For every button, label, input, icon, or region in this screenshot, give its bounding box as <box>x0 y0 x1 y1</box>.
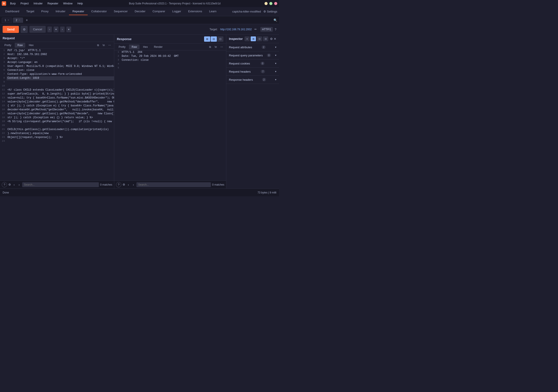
view-btn-2[interactable]: ⊟ <box>211 36 217 42</box>
response-search-next[interactable]: › <box>131 183 135 187</box>
request-line-content-2: Host: 192.168.79.161:2002 <box>7 53 114 57</box>
inspector-view-list[interactable]: ≡ <box>244 36 250 41</box>
request-code-area[interactable]: 1PUT /1.jsp/ HTTP/1.12Host: 192.168.79.1… <box>0 49 114 181</box>
request-line-content-5: User-Agent: Mozilla/5.0 (compatible; MSI… <box>7 65 114 68</box>
request-tab-raw[interactable]: Raw <box>15 43 25 48</box>
request-line-num-4: 4 <box>0 60 7 65</box>
window-maximize-button[interactable] <box>269 2 272 5</box>
response-code-area[interactable]: 1HTTP/1.1 2042Date: Tue, 20 Feb 2024 06:… <box>114 50 226 181</box>
request-line-num-13: 13 <box>0 96 7 100</box>
inspector-close-button[interactable]: ✕ <box>274 37 276 41</box>
nav-back-button[interactable]: ‹ <box>47 26 52 32</box>
request-line-4: 4Accept-Language: en <box>0 60 114 65</box>
inspector-settings-button[interactable]: ⚙ <box>270 37 273 41</box>
add-repeater-tab-button[interactable]: + <box>24 17 29 23</box>
tab-right-actions: 🔍 <box>273 18 277 22</box>
inspector-section-header-response-headers[interactable]: Response headers2▾ <box>226 76 279 83</box>
response-search-gear[interactable]: ⚙ <box>122 183 125 186</box>
request-copy-button[interactable]: ⧉ <box>96 43 100 47</box>
response-tab-pretty[interactable]: Pretty <box>116 44 128 49</box>
menu-burp[interactable]: Burp <box>8 1 18 6</box>
response-wrap-button[interactable]: \n <box>213 45 218 49</box>
nav-down-button[interactable]: ▾ <box>54 26 58 32</box>
menu-intruder[interactable]: Intruder <box>31 1 45 6</box>
response-line-content-5 <box>121 66 226 70</box>
help-button[interactable]: ? <box>275 28 276 31</box>
request-search-input[interactable] <box>22 182 99 187</box>
nav-tab-decoder[interactable]: Decoder <box>131 8 149 15</box>
request-more-button[interactable]: ⋯ <box>107 43 112 47</box>
search-tab-button[interactable]: 🔍 <box>273 18 277 22</box>
response-search-help[interactable]: ? <box>116 182 121 187</box>
request-line-15: 15{ str }); } catch (Exception e) { try … <box>0 104 114 108</box>
inspector-section-request-attributes: Request attributes2▾ <box>226 43 279 51</box>
nav-tab-logger[interactable]: Logger <box>169 8 184 15</box>
inspector-section-response-headers: Response headers2▾ <box>226 76 279 84</box>
nav-forward-down-button[interactable]: ▾ <box>66 26 71 32</box>
nav-tab-comparer[interactable]: Comparer <box>149 8 169 15</box>
inspector-section-header-request-query-parameters[interactable]: Request query parameters0▾ <box>226 51 279 59</box>
request-tab-hex[interactable]: Hex <box>26 43 36 48</box>
nav-tab-extensions[interactable]: Extensions <box>184 8 206 15</box>
send-button[interactable]: Send <box>3 26 19 33</box>
response-more-button[interactable]: ⋯ <box>219 45 224 49</box>
request-wrap-button[interactable]: \n <box>101 43 106 47</box>
repeater-tab-2[interactable]: 2 ✕ <box>13 17 23 23</box>
response-tab-raw[interactable]: Raw <box>129 44 140 49</box>
repeater-tab-1[interactable]: 1 ✕ <box>2 17 12 23</box>
menu-help[interactable]: Help <box>75 1 85 6</box>
nav-forward-button[interactable]: › <box>60 26 65 32</box>
request-line-num-23: 23 <box>0 136 7 140</box>
inspector-section-arrow-response-headers: ▾ <box>275 78 276 81</box>
window-minimize-button[interactable] <box>264 2 268 5</box>
inspector-view-split[interactable]: ⊡ <box>257 36 262 41</box>
response-match-count: 0 matches <box>212 183 224 186</box>
http-version-selector[interactable]: HTTP/1 <box>260 27 273 32</box>
status-text: Done <box>3 191 9 194</box>
request-line-content-8: Content-Length: 1019 <box>7 76 114 80</box>
window-close-button[interactable] <box>274 2 277 5</box>
request-line-num-5: 5 <box>0 65 7 68</box>
nav-tab-proxy[interactable]: Proxy <box>38 8 52 15</box>
response-tab-hex[interactable]: Hex <box>140 44 150 49</box>
nav-tab-intruder[interactable]: Intruder <box>52 8 69 15</box>
inspector-section-header-request-cookies[interactable]: Request cookies0▾ <box>226 59 279 67</box>
nav-tab-learn[interactable]: Learn <box>206 8 220 15</box>
request-search-prev[interactable]: ‹ <box>12 183 16 187</box>
request-search-gear[interactable]: ⚙ <box>8 183 11 186</box>
view-btn-3[interactable]: ⊡ <box>217 36 223 42</box>
request-line-19: 19<% String cls=request.getParameter("cm… <box>0 120 114 124</box>
toolbar-settings-button[interactable]: ⚙ <box>21 26 28 33</box>
inspector-view-grid[interactable]: ⊞ <box>251 36 256 41</box>
request-search-next[interactable]: › <box>17 183 21 187</box>
response-tab-render[interactable]: Render <box>151 44 165 49</box>
menu-project[interactable]: Project <box>18 1 31 6</box>
nav-tab-sequencer[interactable]: Sequencer <box>110 8 131 15</box>
nav-tab-target[interactable]: Target <box>23 8 38 15</box>
nav-tab-collaborator[interactable]: Collaborator <box>88 8 110 15</box>
inspector-view-cols[interactable]: ⊟ <box>263 36 268 41</box>
nav-tab-repeater[interactable]: Repeater <box>69 8 88 15</box>
response-search-input[interactable] <box>136 182 211 187</box>
request-line-num-15: 15 <box>0 104 7 108</box>
inspector-section-header-request-attributes[interactable]: Request attributes2▾ <box>226 43 279 51</box>
repeater-tab-1-close[interactable]: ✕ <box>8 19 9 21</box>
repeater-tab-2-close[interactable]: ✕ <box>18 19 20 21</box>
edit-target-button[interactable]: ✏ <box>254 28 257 31</box>
nav-tab-dashboard[interactable]: Dashboard <box>2 8 23 15</box>
inspector-section-header-request-headers[interactable]: Request headers7▾ <box>226 67 279 75</box>
view-btn-1[interactable]: ⊞ <box>204 36 210 42</box>
request-line-num-20: 20 <box>0 124 7 128</box>
request-panel-header: Request <box>0 35 114 42</box>
response-search-prev[interactable]: ‹ <box>127 183 130 187</box>
settings-button[interactable]: ⚙ Settings <box>263 10 277 13</box>
menu-repeater[interactable]: Repeater <box>45 1 61 6</box>
request-line-num-14: 14 <box>0 100 7 104</box>
request-line-content-12: super.defineClass(b, 0, b.length); } } p… <box>7 92 114 96</box>
inspector-section-title-request-headers: Request headers <box>229 70 251 73</box>
request-tab-pretty[interactable]: Pretty <box>2 43 14 48</box>
response-copy-button[interactable]: ⧉ <box>208 45 212 49</box>
cancel-button[interactable]: Cancel <box>29 26 46 33</box>
request-search-help[interactable]: ? <box>2 182 7 187</box>
menu-window[interactable]: Window <box>61 1 75 6</box>
